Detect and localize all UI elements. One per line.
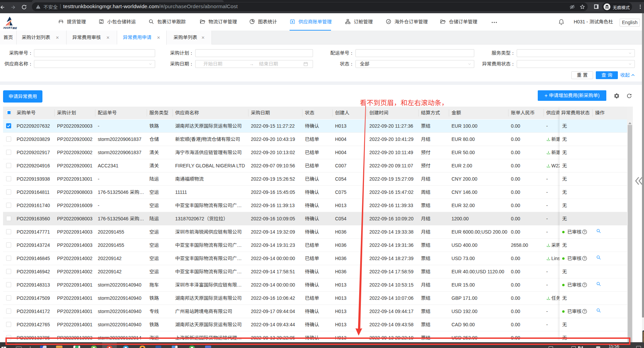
- svg-text:HART精运: HART精运: [3, 26, 17, 30]
